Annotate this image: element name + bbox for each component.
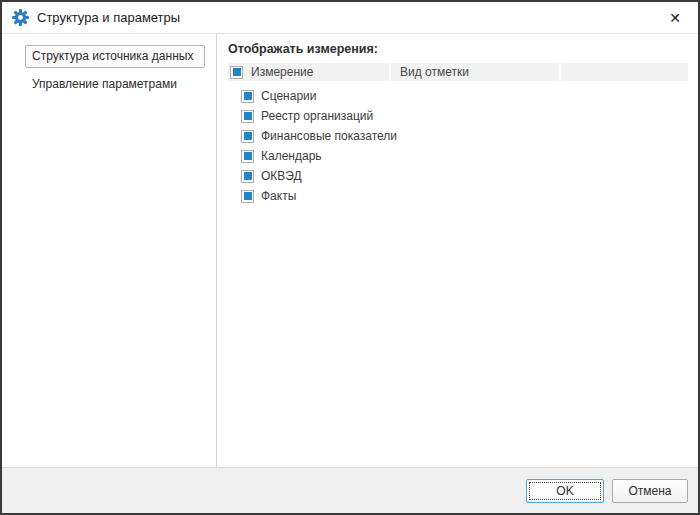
checkbox-checked-icon [244, 152, 252, 160]
table-row[interactable]: Сценарии [228, 86, 688, 106]
dimensions-heading: Отображать измерения: [228, 42, 688, 56]
column-header-dimension[interactable]: Измерение [228, 63, 389, 81]
gear-icon [12, 9, 29, 26]
column-header-mark-type[interactable]: Вид отметки [391, 63, 559, 81]
row-label: Факты [261, 189, 296, 203]
column-header-label: Измерение [251, 65, 313, 79]
row-checkbox[interactable] [241, 170, 254, 183]
close-button[interactable]: ✕ [658, 4, 692, 32]
dialog-body: Структура источника данных Управление па… [2, 34, 698, 467]
row-checkbox[interactable] [241, 110, 254, 123]
checkbox-checked-icon [244, 132, 252, 140]
ok-button-label: OK [556, 484, 573, 498]
main-panel: Отображать измерения: Измерение Вид отме… [217, 34, 698, 467]
dialog-window: Структура и параметры ✕ Структура источн… [0, 0, 700, 515]
cancel-button-label: Отмена [628, 484, 671, 498]
sidebar: Структура источника данных Управление па… [2, 34, 217, 467]
table-header: Измерение Вид отметки [228, 63, 688, 81]
table-row[interactable]: Финансовые показатели [228, 126, 688, 146]
row-label: Финансовые показатели [261, 129, 397, 143]
checkbox-checked-icon [233, 68, 241, 76]
row-label: Сценарии [261, 89, 316, 103]
sidebar-item-data-source-structure[interactable]: Структура источника данных [25, 45, 205, 68]
checkbox-checked-icon [244, 112, 252, 120]
dimension-list: Сценарии Реестр организаций Финансовые п… [228, 81, 688, 206]
titlebar: Структура и параметры ✕ [2, 2, 698, 34]
sidebar-item-label: Структура источника данных [32, 49, 193, 63]
row-label: Календарь [261, 149, 322, 163]
cancel-button[interactable]: Отмена [612, 479, 688, 503]
table-row[interactable]: ОКВЭД [228, 166, 688, 186]
checkbox-checked-icon [244, 92, 252, 100]
table-row[interactable]: Календарь [228, 146, 688, 166]
select-all-checkbox[interactable] [230, 66, 243, 79]
sidebar-item-parameter-management[interactable]: Управление параметрами [32, 77, 216, 91]
column-header-label: Вид отметки [400, 65, 469, 79]
row-checkbox[interactable] [241, 150, 254, 163]
column-header-extra [561, 63, 688, 81]
ok-button[interactable]: OK [526, 479, 604, 503]
close-icon: ✕ [669, 10, 681, 26]
row-label: ОКВЭД [261, 169, 302, 183]
sidebar-item-label: Управление параметрами [32, 77, 177, 91]
row-checkbox[interactable] [241, 90, 254, 103]
checkbox-checked-icon [244, 192, 252, 200]
dialog-footer: OK Отмена [2, 467, 698, 513]
table-row[interactable]: Реестр организаций [228, 106, 688, 126]
window-title: Структура и параметры [37, 10, 658, 25]
checkbox-checked-icon [244, 172, 252, 180]
row-label: Реестр организаций [261, 109, 373, 123]
table-row[interactable]: Факты [228, 186, 688, 206]
row-checkbox[interactable] [241, 130, 254, 143]
row-checkbox[interactable] [241, 190, 254, 203]
